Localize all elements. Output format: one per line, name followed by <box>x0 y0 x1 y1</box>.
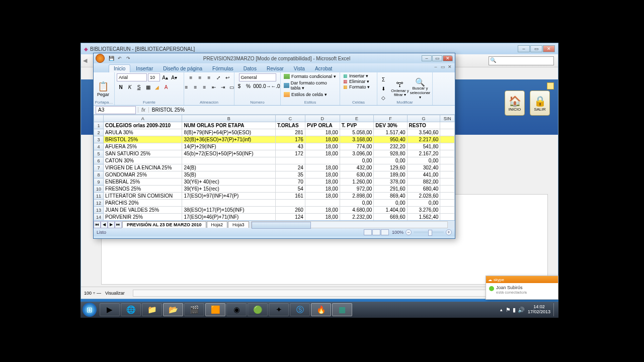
grid-cell[interactable]: 32(B)+36(ESO)+37(P)+71(inf) <box>182 136 276 143</box>
save-icon[interactable]: 💾 <box>108 55 115 62</box>
grid-cell[interactable]: VIRGEN DE LA ENCINA 25% <box>104 164 182 171</box>
italic-button[interactable]: K <box>126 83 134 91</box>
align-center[interactable]: ≡ <box>192 83 200 91</box>
taskbar-video[interactable]: ◉ <box>226 303 247 316</box>
minimize-button[interactable]: – <box>518 45 530 52</box>
grid-cell[interactable]: 441,00 <box>407 171 440 178</box>
ribbon-tab-datos[interactable]: Datos <box>239 65 261 72</box>
align-top[interactable]: ≡ <box>187 73 195 81</box>
ribbon-tab-acrobat[interactable]: Acrobat <box>310 65 337 72</box>
taskbar-ie[interactable]: 🌐 <box>121 303 141 316</box>
grid-cell[interactable]: 18,00 <box>305 214 340 221</box>
grid-cell[interactable]: 5.058,00 <box>340 129 374 136</box>
grid-cell[interactable]: 18,00 <box>305 143 340 150</box>
inc-decimal[interactable]: .0→ <box>263 82 271 90</box>
grid-cell[interactable]: 669,60 <box>374 214 407 221</box>
grid-cell[interactable]: PARCHIS 20% <box>104 200 182 207</box>
ribbon-tab-diseño-de-página[interactable]: Diseño de página <box>158 65 207 72</box>
grid-cell[interactable]: 2.028,60 <box>407 193 440 200</box>
grid-cell[interactable]: 1.562,40 <box>407 214 440 221</box>
ribbon-tab-inicio[interactable]: Inicio <box>109 64 130 72</box>
grid-cell[interactable]: 35 <box>275 171 305 178</box>
table-format-button[interactable]: Dar formato como tabla ▾ <box>283 80 338 91</box>
grid-cell[interactable]: 541,80 <box>407 143 440 150</box>
header-cell[interactable]: PVP ORLA <box>305 122 340 129</box>
grid-cell[interactable]: 24(B) <box>182 164 276 171</box>
grid-cell[interactable] <box>305 157 340 164</box>
taskbar-explorer-2[interactable]: 📂 <box>163 303 183 316</box>
cell-styles-button[interactable]: Estilos de celda ▾ <box>283 92 328 98</box>
wrap-text[interactable]: ↩ <box>223 73 231 81</box>
ribbon-tab-insertar[interactable]: Insertar <box>131 65 157 72</box>
grid-cell[interactable]: 54 <box>275 186 305 193</box>
header-cell[interactable]: NUM ORLAS POR ETAPA <box>182 122 276 129</box>
taskbar-excel[interactable]: ▦ <box>332 303 352 316</box>
grid-cell[interactable]: 18,00 <box>305 193 340 200</box>
horizontal-scrollbar[interactable] <box>251 221 448 228</box>
bold-button[interactable]: N <box>117 83 125 91</box>
column-header[interactable]: A <box>104 115 182 122</box>
header-cell[interactable]: T. PVP <box>340 122 374 129</box>
paste-button[interactable]: 📋 Pegar <box>96 81 111 97</box>
grid-cell[interactable]: 2.167,20 <box>407 150 440 157</box>
conditional-format-button[interactable]: Formato condicional ▾ <box>283 73 337 79</box>
grid-cell[interactable]: 18,00 <box>305 207 340 214</box>
grid-cell[interactable]: 3.276,00 <box>407 207 440 214</box>
next-sheet-button[interactable]: ▶ <box>108 221 115 228</box>
grid-cell[interactable]: 1.404,00 <box>374 207 407 214</box>
row-header[interactable]: 4 <box>94 143 104 150</box>
grid-cell[interactable]: 30(Y6)+ 40(rec) <box>182 178 276 186</box>
grid-cell[interactable]: 161 <box>275 193 305 200</box>
zoom-out-button[interactable]: − <box>406 229 412 235</box>
grid-cell[interactable]: 1.517,40 <box>374 129 407 136</box>
column-header[interactable]: E <box>340 115 374 122</box>
ribbon-tab-vista[interactable]: Vista <box>289 65 309 72</box>
select-all-corner[interactable] <box>94 115 104 122</box>
column-header[interactable]: C <box>275 115 305 122</box>
grid-cell[interactable]: 882,00 <box>407 178 440 186</box>
grid-cell[interactable]: 3.540,60 <box>407 129 440 136</box>
skype-notification[interactable]: ☁ skype Joan Subirós está conectado/a <box>486 276 558 300</box>
excel-maximize-button[interactable]: ▭ <box>432 55 442 61</box>
network-icon[interactable]: ▮ <box>513 307 516 313</box>
grid-cell[interactable]: JUAN DE VALDES 25% <box>104 207 182 214</box>
taskbar-chrome[interactable]: 🟢 <box>248 303 268 316</box>
grid-cell[interactable]: 17(ESO)+97(INF)+47(P) <box>182 193 276 200</box>
grid-cell[interactable]: 35(B) <box>182 171 276 178</box>
grid-cell[interactable]: 18,00 <box>305 129 340 136</box>
flag-icon[interactable]: ⚑ <box>506 307 511 313</box>
grid-cell[interactable]: 1.260,00 <box>340 178 374 186</box>
grid-cell[interactable]: 172 <box>275 150 305 157</box>
grid-cell[interactable]: 950,40 <box>374 136 407 143</box>
sheet-tab[interactable]: PREVISIÓN AL 23 DE MARZO 2010 <box>122 221 206 228</box>
exit-button[interactable]: 🔒 SALIR <box>530 90 550 116</box>
border-button[interactable]: ▦ <box>144 83 152 91</box>
row-header[interactable]: 3 <box>94 136 104 143</box>
aa-badge[interactable] <box>547 82 554 89</box>
row-header[interactable]: 2 <box>94 129 104 136</box>
excel-minimize-button[interactable]: – <box>422 55 432 61</box>
zoom-slider[interactable] <box>414 231 444 233</box>
grid-cell[interactable]: 869,40 <box>374 193 407 200</box>
grid-cell[interactable]: 281 <box>275 129 305 136</box>
column-header[interactable]: F <box>374 115 407 122</box>
indent-inc[interactable]: ⇥ <box>219 83 227 91</box>
grid-cell[interactable] <box>275 200 305 207</box>
fx-icon[interactable]: fx <box>138 107 149 113</box>
zoom-in-button[interactable]: + <box>446 229 452 235</box>
taskbar-media-player[interactable]: ▶ <box>100 303 120 316</box>
grid-cell[interactable]: 0,00 <box>340 200 374 207</box>
row-header[interactable]: 11 <box>94 193 104 200</box>
align-right[interactable]: ≡ <box>201 83 209 91</box>
grid-cell[interactable]: 630,00 <box>340 171 374 178</box>
excel-close-button[interactable]: ✕ <box>443 55 453 61</box>
grid-cell[interactable]: BRISTOL 25% <box>104 136 182 143</box>
grid-cell[interactable]: 18,00 <box>305 164 340 171</box>
grid-cell[interactable]: 2.898,00 <box>340 193 374 200</box>
comma-button[interactable]: 000 <box>254 82 262 90</box>
grid-cell[interactable]: LITTERATOR SIN COMISION <box>104 193 182 200</box>
spreadsheet-grid[interactable]: ABCDEFGSIN 1COLEGIOS orlas 2009-2010NUM … <box>94 115 455 220</box>
underline-button[interactable]: S <box>135 83 143 91</box>
row-header[interactable]: 7 <box>94 164 104 171</box>
grid-cell[interactable]: 18,00 <box>305 171 340 178</box>
